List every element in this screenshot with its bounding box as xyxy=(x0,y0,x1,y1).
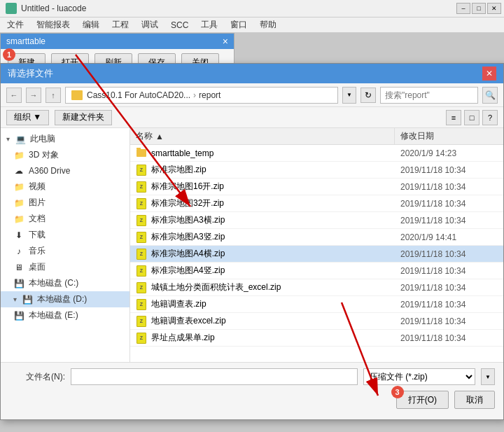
search-button[interactable]: 🔍 xyxy=(482,87,498,104)
address-dropdown[interactable]: ▼ xyxy=(342,87,356,104)
tree-item-computer[interactable]: ▾ 💻 此电脑 xyxy=(1,131,130,147)
zip-icon-4: Z xyxy=(136,215,147,226)
menu-tools[interactable]: 工具 xyxy=(197,18,222,32)
right-panel: 名称 ▲ 修改日期 smarttable_temp 2020/1/9 14:23 xyxy=(130,128,503,362)
menu-project[interactable]: 工程 xyxy=(108,18,133,32)
col-name-header[interactable]: 名称 ▲ xyxy=(130,128,395,144)
file-row-3[interactable]: Z 标准宗地图32开.zip 2019/11/18 10:34 xyxy=(130,195,503,212)
zip-icon-11: Z xyxy=(136,333,147,344)
left-panel: ▾ 💻 此电脑 📁 3D 对象 ☁ A360 Drive 📁 视频 📁 图片 xyxy=(1,128,130,362)
list-view-button[interactable]: ≡ xyxy=(446,110,461,125)
title-bar-controls: – □ ✕ xyxy=(456,3,501,14)
zip-icon-7: Z xyxy=(136,265,147,277)
menu-debug[interactable]: 调试 xyxy=(137,18,162,32)
menu-file[interactable]: 文件 xyxy=(3,18,28,32)
new-folder-button[interactable]: 新建文件夹 xyxy=(55,110,112,125)
menu-help[interactable]: 帮助 xyxy=(255,18,281,32)
tree-item-pictures[interactable]: 📁 图片 xyxy=(1,195,130,211)
drive-c-icon: 💾 xyxy=(13,278,24,289)
tree-item-drive-e[interactable]: 💾 本地磁盘 (E:) xyxy=(1,307,130,323)
file-date-2: 2019/11/18 10:34 xyxy=(395,182,503,192)
zip-icon-8: Z xyxy=(136,282,147,293)
tree-label-documents: 文档 xyxy=(29,213,46,225)
tree-label-downloads: 下载 xyxy=(29,229,46,241)
file-row-5[interactable]: Z 标准宗地图A3竖.zip 2020/1/9 14:41 xyxy=(130,229,503,246)
file-dialog: 请选择文件 ✕ ← → ↑ Cass10.1 For AutoCAD20... … xyxy=(0,63,504,420)
badge-3: 3 xyxy=(391,386,404,398)
tree-item-drive-c[interactable]: 💾 本地磁盘 (C:) xyxy=(1,275,130,291)
smarttable-close-btn[interactable]: × xyxy=(223,36,228,47)
col-date-header[interactable]: 修改日期 xyxy=(395,128,503,144)
tree-item-documents[interactable]: 📁 文档 xyxy=(1,211,130,227)
pictures-icon: 📁 xyxy=(13,197,24,209)
file-row-8[interactable]: Z 城镇土地分类面积统计表_excel.zip 2019/11/18 10:34 xyxy=(130,279,503,296)
menu-scc[interactable]: SCC xyxy=(167,19,192,32)
file-name-1: Z 标准宗地图.zip xyxy=(130,164,395,176)
folder-icon xyxy=(71,90,83,100)
dialog-title-text: 请选择文件 xyxy=(8,67,53,80)
downloads-icon: ⬇ xyxy=(13,230,24,241)
tree-label-drive-d: 本地磁盘 (D:) xyxy=(37,293,87,305)
folder-icon-0 xyxy=(136,148,147,159)
filename-input[interactable] xyxy=(71,368,358,385)
nav-back-button[interactable]: ← xyxy=(6,88,22,103)
filename-row: 文件名(N): 压缩文件 (*.zip) ▼ xyxy=(9,368,495,385)
file-row-0[interactable]: smarttable_temp 2020/1/9 14:23 xyxy=(130,145,503,162)
tree-item-drive-d[interactable]: ▾ 💾 本地磁盘 (D:) xyxy=(1,291,130,307)
organize-button[interactable]: 组织 ▼ xyxy=(6,110,49,125)
file-date-3: 2019/11/18 10:34 xyxy=(395,199,503,209)
close-button[interactable]: ✕ xyxy=(487,3,501,14)
file-row-7[interactable]: Z 标准宗地图A4竖.zip 2019/11/18 10:34 xyxy=(130,263,503,279)
file-row-4[interactable]: Z 标准宗地图A3横.zip 2019/11/18 10:34 xyxy=(130,212,503,229)
dialog-close-button[interactable]: ✕ xyxy=(482,67,496,81)
menu-smart-report[interactable]: 智能报表 xyxy=(32,18,74,32)
file-date-0: 2020/1/9 14:23 xyxy=(395,148,503,158)
forward-icon: → xyxy=(30,91,38,99)
file-date-11: 2019/11/18 10:34 xyxy=(395,333,503,343)
cloud-icon: ☁ xyxy=(13,165,24,176)
tree-item-music[interactable]: ♪ 音乐 xyxy=(1,243,130,259)
tree-item-desktop[interactable]: 🖥 桌面 xyxy=(1,259,130,275)
file-row-2[interactable]: Z 标准宗地图16开.zip 2019/11/18 10:34 xyxy=(130,179,503,195)
zip-icon-10: Z xyxy=(136,316,147,327)
minimize-button[interactable]: – xyxy=(456,3,470,14)
file-name-3: Z 标准宗地图32开.zip xyxy=(130,197,395,209)
filetype-select[interactable]: 压缩文件 (*.zip) xyxy=(363,368,475,385)
search-icon: 🔍 xyxy=(485,90,496,100)
tree-label-desktop: 桌面 xyxy=(29,261,46,273)
file-date-7: 2019/11/18 10:34 xyxy=(395,266,503,276)
title-bar-text: Untitled - luacode xyxy=(21,4,86,13)
file-row-1[interactable]: Z 标准宗地图.zip 2019/11/18 10:34 xyxy=(130,162,503,179)
tree-item-video[interactable]: 📁 视频 xyxy=(1,179,130,195)
tree-item-3d[interactable]: 📁 3D 对象 xyxy=(1,147,130,163)
tree-item-a360[interactable]: ☁ A360 Drive xyxy=(1,163,130,179)
address-path[interactable]: Cass10.1 For AutoCAD20... › report xyxy=(65,87,338,104)
file-row-11[interactable]: Z 界址点成果单.zip 2019/11/18 10:34 xyxy=(130,330,503,347)
file-name-8: Z 城镇土地分类面积统计表_excel.zip xyxy=(130,281,395,293)
file-row-6[interactable]: Z 标准宗地图A4横.zip 2019/11/18 10:34 xyxy=(130,246,503,263)
tree-label-3d: 3D 对象 xyxy=(29,149,59,161)
tree-label-drive-c: 本地磁盘 (C:) xyxy=(29,277,78,289)
file-name-5: Z 标准宗地图A3竖.zip xyxy=(130,231,395,243)
nav-up-button[interactable]: ↑ xyxy=(46,88,61,103)
expand-arrow: ▾ xyxy=(6,135,13,143)
filetype-dropdown-arrow[interactable]: ▼ xyxy=(481,368,495,385)
open-action-button[interactable]: 3 打开(O) xyxy=(396,391,449,409)
menu-edit[interactable]: 编辑 xyxy=(78,18,104,32)
path-separator: › xyxy=(193,90,196,100)
file-toolbar: 组织 ▼ 新建文件夹 ≡ □ ? xyxy=(1,107,503,128)
search-input[interactable] xyxy=(380,87,478,104)
cancel-action-button[interactable]: 取消 xyxy=(454,391,495,409)
path-refresh-button[interactable]: ↻ xyxy=(360,88,376,103)
tree-item-downloads[interactable]: ⬇ 下载 xyxy=(1,227,130,243)
documents-icon: 📁 xyxy=(13,214,24,225)
file-row-10[interactable]: Z 地籍调查表excel.zip 2019/11/18 10:34 xyxy=(130,313,503,330)
grid-view-button[interactable]: □ xyxy=(464,110,479,125)
maximize-button[interactable]: □ xyxy=(472,3,486,14)
menu-window[interactable]: 窗口 xyxy=(226,18,251,32)
file-row-9[interactable]: Z 地籍调查表.zip 2019/11/18 10:34 xyxy=(130,296,503,313)
nav-forward-button[interactable]: → xyxy=(26,88,41,103)
file-name-2: Z 标准宗地图16开.zip xyxy=(130,181,395,193)
help-view-button[interactable]: ? xyxy=(482,110,498,125)
zip-icon-3: Z xyxy=(136,198,147,209)
